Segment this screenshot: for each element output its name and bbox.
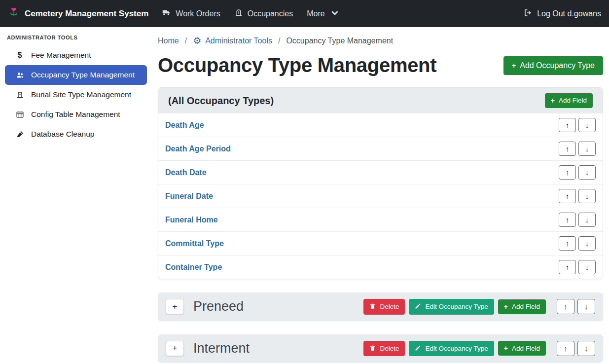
reorder-controls: ↑ ↓: [557, 299, 595, 314]
nav-occupancies-label: Occupancies: [248, 9, 293, 18]
logout-label: Log Out d.gowans: [537, 9, 601, 18]
breadcrumb: Home / ⚙ Administrator Tools / Occupancy…: [158, 34, 603, 45]
section-actions: Delete Edit Occupancy Type + Add Field ↑…: [363, 299, 595, 315]
users-icon: [15, 71, 25, 79]
sidebar-item-database-cleanup[interactable]: Database Cleanup: [0, 124, 152, 144]
plus-icon: +: [504, 345, 508, 352]
up-arrow-icon: ↑: [566, 121, 570, 129]
sidebar-item-label: Occupancy Type Management: [31, 71, 135, 79]
dollar-icon: $: [15, 51, 25, 60]
up-arrow-icon: ↑: [566, 239, 570, 248]
up-arrow-icon: ↑: [566, 168, 570, 177]
sidebar-item-occupancy-type-management[interactable]: Occupancy Type Management: [5, 65, 147, 85]
nav-occupancies[interactable]: Occupancies: [227, 4, 300, 23]
move-up-button[interactable]: ↑: [557, 341, 574, 356]
move-down-button[interactable]: ↓: [577, 299, 595, 314]
add-field-button[interactable]: + Add Field: [498, 341, 546, 356]
sidebar-item-burial-site-type-management[interactable]: Burial Site Type Management: [0, 85, 152, 105]
reorder-controls: ↑ ↓: [559, 260, 596, 274]
field-link[interactable]: Committal Type: [165, 239, 224, 248]
down-arrow-icon: ↓: [585, 216, 589, 224]
tulip-logo-icon: [8, 6, 20, 21]
expand-section-button[interactable]: +: [166, 341, 184, 356]
reorder-controls: ↑ ↓: [559, 189, 596, 203]
move-down-button[interactable]: ↓: [578, 189, 596, 203]
sidebar-item-fee-management[interactable]: $ Fee Management: [0, 45, 152, 65]
down-arrow-icon: ↓: [585, 145, 589, 153]
app-brand[interactable]: Cemetery Management System: [8, 6, 148, 21]
move-down-button[interactable]: ↓: [578, 236, 596, 251]
trash-icon: [369, 303, 376, 311]
move-up-button[interactable]: ↑: [559, 165, 576, 180]
move-down-button[interactable]: ↓: [578, 213, 596, 227]
logout-icon: [524, 8, 533, 19]
expand-section-button[interactable]: +: [166, 299, 184, 314]
move-down-button[interactable]: ↓: [577, 341, 595, 356]
add-occupancy-type-button[interactable]: + Add Occupancy Type: [503, 56, 603, 75]
trash-icon: [369, 345, 376, 353]
delete-button[interactable]: Delete: [363, 341, 405, 357]
all-occupancy-types-card: (All Occupancy Types) + Add Field Death …: [158, 87, 603, 279]
field-row: Death Age Period ↑ ↓: [158, 137, 603, 160]
move-up-button[interactable]: ↑: [559, 213, 576, 227]
nav-work-orders-label: Work Orders: [176, 9, 220, 18]
sidebar-item-label: Fee Management: [31, 51, 91, 60]
sidebar: ADMINISTRATOR TOOLS $ Fee Management Occ…: [0, 27, 152, 364]
add-field-button[interactable]: + Add Field: [545, 93, 593, 108]
breadcrumb-admin-tools-link[interactable]: ⚙ Administrator Tools: [193, 36, 272, 45]
table-icon: [15, 110, 25, 119]
down-arrow-icon: ↓: [585, 239, 589, 248]
move-down-button[interactable]: ↓: [578, 165, 596, 180]
section-actions: Delete Edit Occupancy Type + Add Field ↑…: [363, 341, 595, 357]
sidebar-heading: ADMINISTRATOR TOOLS: [0, 28, 152, 45]
field-link[interactable]: Death Age Period: [165, 145, 231, 153]
breadcrumb-current: Occupancy Type Management: [286, 36, 393, 45]
up-arrow-icon: ↑: [566, 192, 570, 200]
plus-icon: +: [173, 302, 178, 312]
plus-icon: +: [173, 343, 178, 353]
edit-occupancy-type-button[interactable]: Edit Occupancy Type: [409, 341, 494, 357]
section-title: Interment: [193, 341, 250, 356]
down-arrow-icon: ↓: [584, 302, 588, 311]
field-link[interactable]: Death Age: [165, 121, 204, 130]
page-layout: ADMINISTRATOR TOOLS $ Fee Management Occ…: [0, 27, 609, 364]
field-row: Death Age ↑ ↓: [158, 113, 603, 137]
delete-button[interactable]: Delete: [363, 299, 405, 315]
move-down-button[interactable]: ↓: [578, 260, 596, 274]
sidebar-item-config-table-management[interactable]: Config Table Management: [0, 105, 152, 124]
move-up-button[interactable]: ↑: [559, 142, 576, 156]
reorder-controls: ↑ ↓: [559, 118, 596, 132]
reorder-controls: ↑ ↓: [559, 142, 596, 156]
breadcrumb-home-link[interactable]: Home: [158, 36, 179, 45]
plus-icon: +: [504, 303, 508, 310]
logout-button[interactable]: Log Out d.gowans: [524, 8, 601, 19]
move-up-button[interactable]: ↑: [557, 299, 574, 314]
nav-work-orders[interactable]: Work Orders: [155, 4, 227, 23]
field-link[interactable]: Funeral Date: [165, 192, 213, 201]
breadcrumb-separator: /: [278, 36, 280, 45]
pencil-icon: [415, 303, 421, 311]
move-up-button[interactable]: ↑: [559, 236, 576, 251]
edit-occupancy-type-button[interactable]: Edit Occupancy Type: [409, 299, 494, 315]
reorder-controls: ↑ ↓: [559, 236, 596, 251]
plus-icon: +: [551, 97, 555, 104]
nav-more[interactable]: More: [300, 4, 346, 23]
add-field-button[interactable]: + Add Field: [498, 299, 546, 314]
field-row: Funeral Date ↑ ↓: [158, 184, 603, 208]
down-arrow-icon: ↓: [585, 121, 589, 129]
up-arrow-icon: ↑: [564, 344, 568, 353]
sidebar-item-label: Database Cleanup: [31, 130, 94, 139]
move-up-button[interactable]: ↑: [559, 189, 576, 203]
move-up-button[interactable]: ↑: [559, 260, 576, 274]
field-link[interactable]: Funeral Home: [165, 216, 218, 224]
page-title: Occupancy Type Management: [158, 54, 436, 76]
field-link[interactable]: Death Date: [165, 168, 207, 177]
gear-icon: ⚙: [193, 36, 201, 45]
up-arrow-icon: ↑: [564, 302, 568, 311]
move-down-button[interactable]: ↓: [578, 118, 596, 132]
move-up-button[interactable]: ↑: [559, 118, 576, 132]
field-link[interactable]: Container Type: [165, 263, 222, 272]
occupancy-type-section-interment: + Interment Delete Edit Occupancy Type +…: [158, 334, 603, 363]
move-down-button[interactable]: ↓: [578, 142, 596, 156]
nav-more-label: More: [307, 9, 324, 18]
